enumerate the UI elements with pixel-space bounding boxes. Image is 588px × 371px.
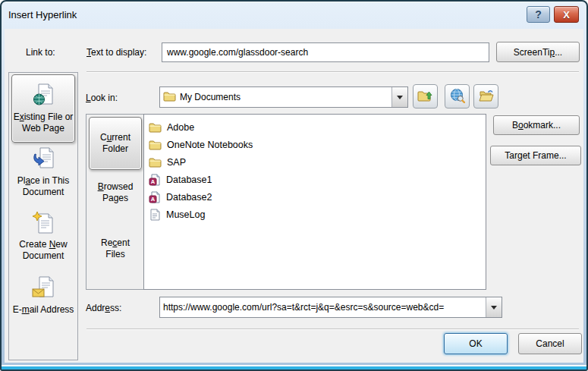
svg-text:A: A — [151, 178, 156, 185]
text-document-icon — [149, 209, 161, 221]
tab-current-folder[interactable]: Current Folder — [89, 117, 142, 170]
file-name: OneNote Notebooks — [167, 140, 253, 150]
titlebar[interactable]: Insert Hyperlink ? X — [2, 2, 586, 27]
tab-label: Files — [89, 249, 142, 260]
insert-hyperlink-dialog: Insert Hyperlink ? X Link to: Exist — [0, 0, 588, 371]
look-in-combo[interactable]: My Documents — [159, 86, 408, 108]
close-icon: X — [563, 9, 570, 20]
separator — [86, 329, 579, 329]
folder-tabs: Current Folder Browsed Pages Recent File… — [86, 114, 145, 290]
look-in-label: Look in: — [86, 93, 118, 103]
sidebar-item-label: Document — [23, 250, 64, 261]
chevron-down-icon — [397, 96, 403, 99]
browse-the-web-button[interactable] — [445, 84, 470, 108]
file-name: Adobe — [167, 122, 194, 133]
help-icon: ? — [535, 8, 542, 20]
file-name: SAP — [167, 157, 186, 168]
browse-for-file-button[interactable] — [473, 84, 498, 108]
place-in-this-document-icon — [11, 147, 75, 173]
file-name: Database1 — [166, 174, 212, 185]
up-one-folder-button[interactable] — [413, 84, 438, 108]
target-frame-button[interactable]: Target Frame... — [490, 146, 581, 165]
list-item[interactable]: A Database2 — [149, 188, 486, 206]
sidebar-item-label: Web Page — [22, 123, 64, 134]
file-name: Database2 — [166, 192, 212, 203]
text-to-display-label: Text to display: — [86, 47, 146, 58]
sidebar-item-existing-file-or-web-page[interactable]: Existing File or Web Page — [11, 74, 75, 143]
tab-browsed-pages[interactable]: Browsed Pages — [89, 181, 142, 204]
link-to-sidebar: Existing File or Web Page Place in This … — [8, 72, 78, 360]
existing-file-web-page-icon — [32, 83, 55, 109]
sidebar-item-label: E-mail Address — [13, 304, 74, 315]
tab-label: Folder — [102, 143, 128, 155]
svg-text:A: A — [151, 196, 156, 203]
sidebar-item-create-new-document[interactable]: Create New Document — [11, 211, 75, 262]
sidebar-item-label: Existing File or — [14, 112, 74, 123]
sidebar-item-place-in-this-document[interactable]: Place in This Document — [11, 147, 75, 198]
separator — [86, 71, 579, 72]
list-item[interactable]: OneNote Notebooks — [149, 136, 486, 153]
access-database-icon: A — [149, 191, 161, 203]
bookmark-button[interactable]: Bookmark... — [493, 115, 580, 135]
e-mail-address-icon — [11, 276, 75, 302]
tab-label: Pages — [89, 193, 142, 204]
list-item[interactable]: Adobe — [149, 118, 486, 136]
cancel-button[interactable]: Cancel — [518, 333, 582, 354]
link-to-label: Link to: — [26, 47, 55, 58]
sidebar-item-email-address[interactable]: E-mail Address — [11, 276, 75, 316]
list-item[interactable]: MuseLog — [149, 206, 486, 223]
tab-label: Browsed — [89, 181, 142, 193]
address-combo[interactable]: https://www.google.com/url?sa=t&rct=j&q=… — [159, 297, 502, 318]
ok-button[interactable]: OK — [444, 333, 508, 354]
list-item[interactable]: SAP — [149, 153, 486, 171]
address-label: Address: — [86, 303, 121, 313]
tab-label: Recent — [89, 237, 142, 249]
folder-icon — [149, 140, 162, 150]
file-list: Adobe OneNote Notebooks SAP A Database1 — [143, 114, 486, 290]
close-button[interactable]: X — [554, 6, 579, 23]
dialog-title: Insert Hyperlink — [8, 9, 77, 20]
sidebar-item-label: Document — [23, 187, 64, 197]
sidebar-item-label: Place in This — [17, 175, 70, 186]
file-name: MuseLog — [166, 209, 205, 220]
list-item[interactable]: A Database1 — [149, 171, 486, 188]
sidebar-item-label: Create New — [19, 239, 67, 250]
frame-accent-line — [2, 366, 586, 369]
dialog-body: Link to: Existing File or Web Page — [5, 29, 583, 363]
titlebar-buttons: ? X — [527, 6, 579, 23]
chevron-down-icon — [491, 306, 497, 310]
browse-for-file-icon — [479, 89, 494, 104]
folder-icon — [163, 91, 176, 104]
browse-the-web-icon — [450, 88, 465, 105]
look-in-value: My Documents — [180, 92, 388, 102]
address-value: https://www.google.com/url?sa=t&rct=j&q=… — [163, 302, 483, 313]
help-button[interactable]: ? — [527, 6, 550, 23]
folder-icon — [149, 122, 162, 133]
up-one-folder-icon — [417, 89, 433, 105]
screentip-button[interactable]: ScreenTip... — [496, 42, 580, 62]
folder-icon — [149, 157, 162, 168]
address-dropdown-arrow[interactable] — [486, 297, 502, 317]
look-in-dropdown-arrow[interactable] — [391, 87, 407, 107]
tab-label: Current — [100, 132, 130, 143]
text-to-display-input[interactable] — [162, 42, 489, 62]
tab-recent-files[interactable]: Recent Files — [89, 237, 142, 260]
create-new-document-icon — [11, 211, 75, 237]
access-database-icon: A — [149, 174, 161, 186]
